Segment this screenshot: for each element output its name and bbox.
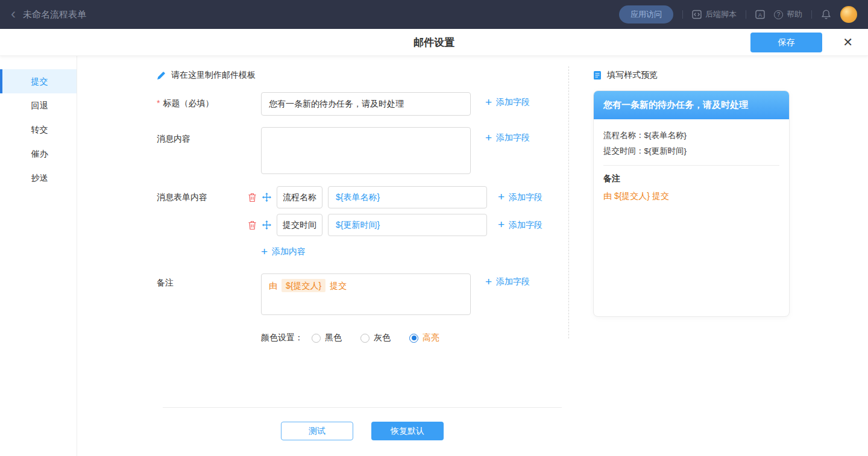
form-content-row: + 添加字段 (248, 214, 542, 236)
move-icon (262, 193, 271, 202)
preview-card-body: 流程名称：${表单名称} 提交时间：${更新时间} 备注 由 ${提交人} 提交 (594, 119, 789, 202)
square-a-icon: A (755, 10, 765, 19)
remark-input[interactable]: 由${提交人}提交 (261, 273, 471, 315)
avatar[interactable] (840, 6, 857, 23)
move-row-handle[interactable] (262, 220, 271, 230)
template-hint: 请在这里制作邮件模板 (157, 70, 256, 81)
form-content-label: 消息表单内容 (157, 192, 207, 203)
topbar-actions: 应用访问 后端脚本 A ? 帮助 (619, 5, 857, 23)
divider (746, 10, 746, 19)
sidebar-item-transfer[interactable]: 转交 (0, 117, 77, 142)
message-input[interactable] (261, 127, 471, 174)
radio-checked-icon (409, 334, 418, 343)
remark-prefix: 由 (269, 281, 277, 290)
add-field-label: 添加字段 (509, 192, 542, 203)
add-field-button[interactable]: + 添加字段 (485, 97, 530, 108)
trash-icon (248, 220, 257, 230)
divider (603, 165, 779, 166)
test-button[interactable]: 测试 (281, 422, 353, 440)
add-field-label: 添加字段 (509, 220, 542, 231)
color-option-highlight[interactable]: 高亮 (409, 333, 439, 343)
add-field-button[interactable]: + 添加字段 (485, 276, 530, 287)
sidebar-item-return[interactable]: 回退 (0, 93, 77, 117)
backend-script-button[interactable]: 后端脚本 (692, 9, 737, 20)
plus-icon: + (261, 246, 268, 257)
document-icon (593, 70, 602, 80)
svg-text:A: A (758, 12, 762, 18)
mail-preview-card: 您有一条新的待办任务，请及时处理 流程名称：${表单名称} 提交时间：${更新时… (593, 90, 790, 317)
pencil-icon (157, 71, 166, 80)
preview-card-title: 您有一条新的待办任务，请及时处理 (594, 91, 789, 119)
sidebar-item-submit[interactable]: 提交 (0, 69, 77, 93)
preview-row: 提交时间：${更新时间} (603, 143, 779, 159)
remark-suffix: 提交 (330, 281, 347, 290)
plus-icon: + (485, 132, 492, 143)
add-field-label: 添加字段 (496, 276, 530, 287)
bell-icon[interactable] (821, 9, 831, 20)
title-label-text: 标题（必填） (163, 98, 213, 108)
field-token[interactable]: ${提交人} (281, 279, 326, 292)
add-content-button[interactable]: + 添加内容 (261, 246, 306, 257)
divider (163, 407, 562, 408)
field-name-input[interactable] (277, 186, 322, 208)
add-field-button[interactable]: + 添加字段 (498, 220, 542, 231)
title-label: *标题（必填） (157, 98, 213, 109)
color-option-gray[interactable]: 灰色 (360, 333, 391, 343)
widget-button[interactable]: A (755, 10, 765, 19)
save-button[interactable]: 保存 (750, 33, 822, 52)
field-name-input[interactable] (277, 214, 322, 236)
sidebar-item-cc[interactable]: 抄送 (0, 166, 77, 190)
color-settings: 颜色设置： 黑色 灰色 高亮 (261, 333, 458, 343)
radio-icon (360, 334, 370, 343)
backend-script-label: 后端脚本 (705, 9, 737, 20)
move-row-handle[interactable] (262, 193, 271, 202)
help-button[interactable]: ? 帮助 (774, 9, 802, 20)
message-label: 消息内容 (157, 134, 190, 145)
add-field-button[interactable]: + 添加字段 (498, 192, 542, 203)
preview-header: 填写样式预览 (593, 70, 658, 81)
topbar: ‹ 未命名流程表单 应用访问 后端脚本 A ? 帮助 (0, 0, 868, 29)
color-option-label: 灰色 (374, 333, 391, 343)
close-icon[interactable]: ✕ (843, 36, 853, 48)
template-hint-label: 请在这里制作邮件模板 (171, 70, 256, 81)
app-access-button[interactable]: 应用访问 (619, 5, 673, 23)
delete-row-button[interactable] (248, 193, 257, 202)
sidebar: 提交 回退 转交 催办 抄送 (0, 56, 77, 456)
preview-row: 流程名称：${表单名称} (603, 128, 779, 143)
add-field-button[interactable]: + 添加字段 (485, 133, 530, 143)
help-label: 帮助 (787, 9, 802, 20)
trash-icon (248, 193, 257, 202)
preview-remark-text: 由 ${提交人} 提交 (603, 191, 779, 202)
plus-icon: + (498, 191, 505, 202)
form-content-row: + 添加字段 (248, 186, 542, 208)
divider (568, 66, 569, 339)
remark-label: 备注 (157, 278, 174, 289)
add-field-label: 添加字段 (496, 97, 530, 108)
page-title: 未命名流程表单 (23, 9, 86, 20)
restore-default-button[interactable]: 恢复默认 (371, 422, 444, 440)
move-icon (262, 220, 271, 230)
modal-header: 邮件设置 保存 ✕ (0, 29, 868, 56)
divider (811, 10, 812, 19)
plus-icon: + (485, 276, 492, 287)
title-input[interactable] (261, 92, 471, 116)
script-icon (692, 10, 702, 19)
color-setting-label: 颜色设置： (261, 333, 303, 343)
plus-icon: + (485, 96, 492, 108)
add-content-label: 添加内容 (272, 246, 306, 257)
modal-title: 邮件设置 (414, 36, 454, 49)
back-icon[interactable]: ‹ (11, 7, 16, 21)
divider (682, 10, 683, 19)
field-value-input[interactable] (328, 214, 487, 236)
preview-remark-label: 备注 (603, 173, 779, 184)
preview-header-label: 填写样式预览 (607, 70, 658, 81)
delete-row-button[interactable] (248, 220, 257, 230)
add-field-label: 添加字段 (496, 133, 530, 143)
field-value-input[interactable] (328, 186, 487, 208)
color-option-black[interactable]: 黑色 (312, 333, 342, 343)
sidebar-item-urge[interactable]: 催办 (0, 142, 77, 166)
required-mark: * (157, 98, 160, 108)
color-option-label: 黑色 (325, 333, 342, 343)
radio-icon (312, 334, 321, 343)
plus-icon: + (498, 219, 505, 230)
